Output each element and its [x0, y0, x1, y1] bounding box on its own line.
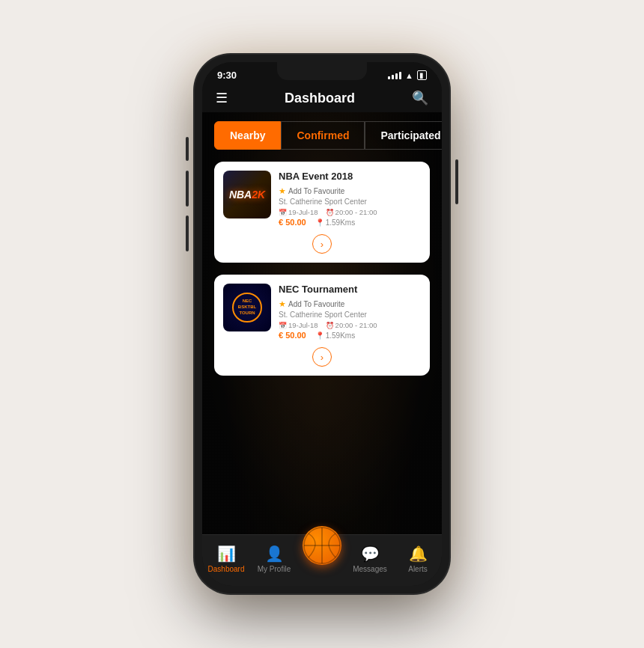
nec-logo-text: NECBSKTBLTOURN: [238, 299, 256, 316]
search-button[interactable]: 🔍: [412, 90, 428, 106]
favourite-label-nba: Add To Favourite: [288, 187, 344, 195]
volume-up-button: [186, 171, 189, 207]
phone-screen: 9:30 ▲ ▮ ☰ Dashboard 🔍: [202, 62, 442, 586]
favourite-btn-nec[interactable]: ★ Add To Favourite: [279, 299, 344, 309]
card-meta-nba: 📅 19-Jul-18 ⏰ 20:00 - 21:00: [279, 208, 421, 216]
nav-my-profile[interactable]: 👤 My Profile: [250, 545, 298, 573]
events-list: NBA2K NBA Event 2018 ★ Add To Favourite: [202, 156, 442, 382]
tab-nearby[interactable]: Nearby: [214, 121, 281, 150]
nec-image: NECBSKTBLTOURN: [223, 284, 271, 331]
favourite-label-nec: Add To Favourite: [288, 300, 344, 308]
event-card-nec[interactable]: NECBSKTBLTOURN NEC Tournament ★ Add To F…: [214, 275, 430, 376]
event-date-nec: 📅 19-Jul-18: [279, 321, 318, 329]
nav-alerts-label: Alerts: [408, 565, 428, 573]
bottom-nav: 📊 Dashboard 👤 My Profile: [202, 534, 442, 586]
event-card-nba[interactable]: NBA2K NBA Event 2018 ★ Add To Favourite: [214, 162, 430, 263]
chevron-btn-nec[interactable]: ›: [223, 347, 421, 367]
nav-messages[interactable]: 💬 Messages: [346, 545, 394, 573]
messages-icon: 💬: [361, 545, 380, 563]
chevron-right-icon-nec: ›: [321, 352, 323, 362]
star-icon-nba: ★: [279, 186, 286, 196]
event-location-nec: St. Catherine Sport Center: [279, 311, 421, 319]
event-time-nba: ⏰ 20:00 - 21:00: [326, 208, 377, 216]
profile-icon: 👤: [265, 545, 284, 563]
wifi-icon: ▲: [405, 71, 413, 80]
calendar-icon-nba: 📅: [279, 209, 287, 216]
alerts-icon: 🔔: [409, 545, 428, 563]
tab-participated[interactable]: Participated: [365, 121, 442, 150]
nav-dashboard[interactable]: 📊 Dashboard: [202, 545, 250, 573]
event-title-nba: NBA Event 2018: [279, 171, 353, 182]
phone-device: 9:30 ▲ ▮ ☰ Dashboard 🔍: [195, 55, 449, 593]
nec-logo-circle: NECBSKTBLTOURN: [232, 293, 262, 323]
tab-confirmed[interactable]: Confirmed: [281, 121, 365, 150]
dashboard-icon: 📊: [217, 545, 236, 563]
nav-profile-label: My Profile: [258, 565, 291, 573]
card-top-nec: NECBSKTBLTOURN NEC Tournament ★ Add To F…: [223, 284, 421, 340]
chevron-circle-nba[interactable]: ›: [312, 234, 332, 254]
power-button: [455, 159, 458, 204]
notch: [277, 62, 367, 80]
card-top-nba: NBA2K NBA Event 2018 ★ Add To Favourite: [223, 171, 421, 227]
location-icon-nba: 📍: [315, 218, 324, 227]
card-info-nec: NEC Tournament ★ Add To Favourite St. Ca…: [279, 284, 421, 340]
signal-icon: [388, 72, 401, 79]
basketball-button[interactable]: [303, 526, 341, 565]
favourite-btn-nba[interactable]: ★ Add To Favourite: [279, 186, 344, 196]
event-distance-nec: 📍 1.59Kms: [315, 331, 355, 340]
menu-button[interactable]: ☰: [216, 90, 228, 106]
event-date-nba: 📅 19-Jul-18: [279, 208, 318, 216]
star-icon-nec: ★: [279, 299, 286, 309]
card-info-nba: NBA Event 2018 ★ Add To Favourite St. Ca…: [279, 171, 421, 227]
nba2k-logo: NBA2K: [229, 189, 265, 201]
status-icons: ▲ ▮: [388, 70, 427, 80]
status-time: 9:30: [217, 70, 237, 81]
card-price-row-nba: € 50.00 📍 1.59Kms: [279, 218, 421, 227]
event-distance-nba: 📍 1.59Kms: [315, 218, 355, 227]
main-content: Nearby Confirmed Participated NBA2K: [202, 112, 442, 534]
chevron-right-icon-nba: ›: [321, 239, 323, 249]
event-thumb-nec: NECBSKTBLTOURN: [223, 284, 271, 331]
clock-icon-nec: ⏰: [326, 322, 334, 329]
silent-button: [186, 137, 189, 161]
nav-alerts[interactable]: 🔔 Alerts: [394, 545, 442, 573]
page-title: Dashboard: [285, 91, 355, 106]
nba2k-image: NBA2K: [223, 171, 271, 218]
basketball-lines-svg: [303, 526, 341, 565]
nav-basketball-center: [298, 526, 346, 565]
top-bar: ☰ Dashboard 🔍: [202, 84, 442, 112]
chevron-circle-nec[interactable]: ›: [312, 347, 332, 367]
card-title-row-nba: NBA Event 2018 ★ Add To Favourite: [279, 171, 421, 196]
event-price-nec: € 50.00: [279, 331, 306, 340]
event-location-nba: St. Catherine Sport Center: [279, 198, 421, 206]
card-meta-nec: 📅 19-Jul-18 ⏰ 20:00 - 21:00: [279, 321, 421, 329]
tabs-container: Nearby Confirmed Participated: [202, 112, 442, 156]
nav-messages-label: Messages: [353, 565, 387, 573]
location-icon-nec: 📍: [315, 331, 324, 340]
battery-icon: ▮: [417, 70, 427, 80]
clock-icon-nba: ⏰: [326, 209, 334, 216]
calendar-icon-nec: 📅: [279, 322, 287, 329]
nav-dashboard-label: Dashboard: [208, 565, 245, 573]
event-title-nec: NEC Tournament: [279, 284, 357, 295]
event-thumb-nba: NBA2K: [223, 171, 271, 218]
event-time-nec: ⏰ 20:00 - 21:00: [326, 321, 377, 329]
volume-down-button: [186, 216, 189, 251]
card-title-row-nec: NEC Tournament ★ Add To Favourite: [279, 284, 421, 309]
chevron-btn-nba[interactable]: ›: [223, 234, 421, 254]
card-price-row-nec: € 50.00 📍 1.59Kms: [279, 331, 421, 340]
event-price-nba: € 50.00: [279, 218, 306, 227]
